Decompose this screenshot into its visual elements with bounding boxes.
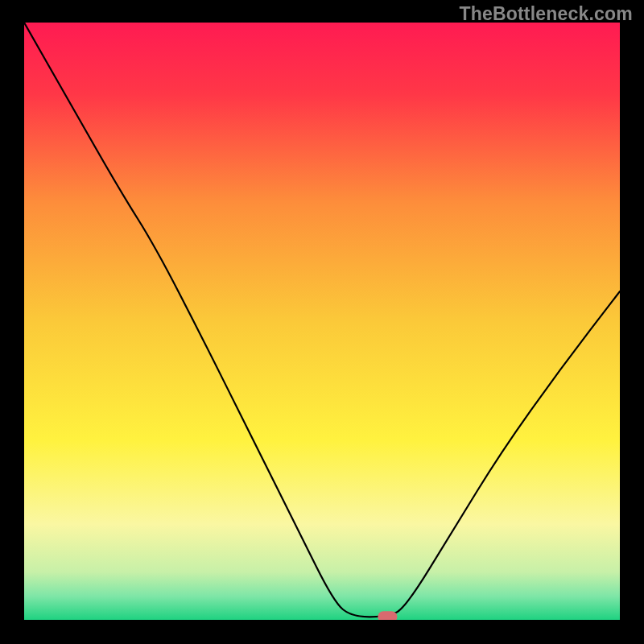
- plot-area: [24, 23, 620, 620]
- optimal-marker: [378, 611, 397, 620]
- chart-background: [24, 23, 620, 620]
- watermark-text: TheBottleneck.com: [459, 3, 633, 25]
- chart-frame: TheBottleneck.com: [0, 0, 644, 644]
- chart-svg: [24, 23, 620, 620]
